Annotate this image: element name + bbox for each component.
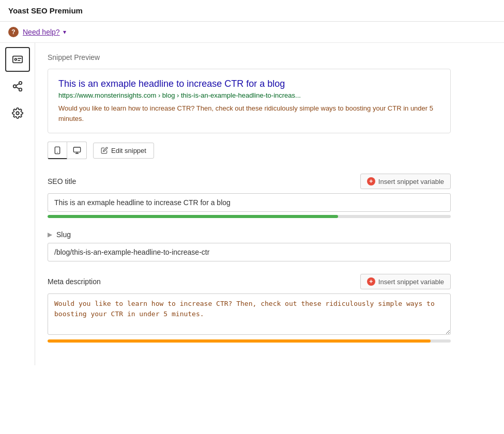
meta-description-header: Meta description + Insert snippet variab… (48, 274, 451, 289)
mobile-icon (53, 146, 62, 154)
seo-title-input[interactable] (48, 193, 451, 212)
app-title: Yoast SEO Premium (8, 6, 496, 15)
snippet-description: Would you like to learn how to increase … (58, 103, 440, 123)
help-bar: ? Need help? ▾ (0, 22, 504, 43)
snippet-controls: Edit snippet (48, 142, 492, 159)
desktop-icon (72, 146, 82, 154)
slug-group: ▶ Slug (48, 230, 451, 261)
svg-rect-12 (73, 147, 80, 152)
slug-input[interactable] (48, 243, 451, 261)
meta-description-group: Meta description + Insert snippet variab… (48, 274, 451, 343)
slug-label: Slug (56, 230, 71, 239)
chevron-down-icon[interactable]: ▾ (63, 28, 66, 36)
help-icon[interactable]: ? (8, 27, 19, 37)
svg-point-9 (16, 112, 19, 115)
snippet-title[interactable]: This is an exmaple headline to increase … (58, 79, 440, 89)
seo-title-progress-fill (48, 215, 338, 218)
meta-description-insert-variable-button[interactable]: + Insert snippet variable (360, 274, 451, 289)
desktop-view-button[interactable] (67, 142, 87, 159)
seo-title-insert-variable-button[interactable]: + Insert snippet variable (360, 174, 451, 189)
snippet-url: https://www.monsterinsights.com › blog ›… (58, 91, 440, 99)
meta-description-textarea[interactable] (48, 293, 451, 335)
gear-icon (12, 107, 23, 119)
top-header: Yoast SEO Premium (0, 0, 504, 22)
plus-circle-icon: + (367, 177, 375, 185)
mobile-view-button[interactable] (48, 142, 67, 159)
seo-title-label: SEO title (48, 177, 76, 185)
need-help-link[interactable]: Need help? (23, 28, 60, 36)
seo-title-group: SEO title + Insert snippet variable (48, 174, 451, 218)
pencil-icon (101, 147, 108, 154)
sidebar-icon-share[interactable] (5, 74, 30, 99)
plus-circle-icon-2: + (367, 277, 375, 286)
meta-description-label: Meta description (48, 277, 101, 286)
snippet-preview-title: Snippet Preview (48, 53, 492, 61)
meta-description-progress (48, 339, 451, 343)
sidebar-icon-id-card[interactable] (5, 47, 30, 72)
seo-title-progress (48, 215, 451, 218)
slug-arrow-icon: ▶ (48, 231, 52, 238)
svg-line-7 (16, 87, 19, 89)
seo-title-header: SEO title + Insert snippet variable (48, 174, 451, 189)
svg-point-1 (14, 58, 17, 60)
snippet-preview-box: This is an exmaple headline to increase … (48, 69, 451, 133)
main-layout: Snippet Preview This is an exmaple headl… (0, 43, 504, 365)
meta-description-progress-fill (48, 339, 431, 343)
content-area: Snippet Preview This is an exmaple headl… (35, 43, 504, 365)
edit-snippet-button[interactable]: Edit snippet (93, 143, 154, 159)
share-icon (12, 81, 23, 92)
svg-line-8 (16, 84, 19, 86)
sidebar-icon-settings[interactable] (5, 101, 30, 126)
id-card-icon (12, 54, 23, 65)
sidebar (0, 43, 35, 365)
